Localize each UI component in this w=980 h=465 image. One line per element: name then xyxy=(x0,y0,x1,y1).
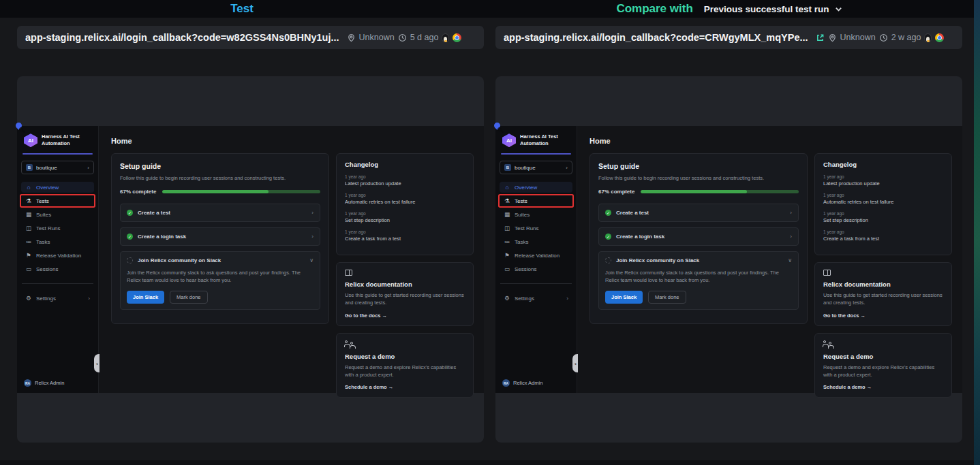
sidebar-item-settings: ⚙ Settings › xyxy=(21,293,94,304)
request-demo-card: Request a demo Request a demo and explor… xyxy=(336,333,474,398)
setup-progress-bar xyxy=(162,190,320,193)
test-url-bar[interactable]: app-staging.relicx.ai/login_callback?cod… xyxy=(17,26,484,49)
sidebar-item-label: Release Validation xyxy=(36,253,81,259)
changelog-time: 1 year ago xyxy=(823,174,943,179)
sidebar-separator xyxy=(22,283,93,284)
chrome-browser-icon xyxy=(453,33,461,42)
screenshot: AI Harness AI Test Automation B boutique… xyxy=(495,126,962,393)
cursor-position-marker xyxy=(16,123,22,129)
sidebar-item-label: Tasks xyxy=(515,239,528,245)
chevron-down-icon: ∨ xyxy=(309,257,313,263)
sidebar-separator xyxy=(500,283,572,284)
setup-guide-card: Setup guide Follow this guide to begin r… xyxy=(111,153,329,324)
people-icon xyxy=(345,340,465,347)
sidebar-item-label: Tests xyxy=(36,198,49,204)
linux-tux-icon xyxy=(924,33,932,42)
home-icon: ⌂ xyxy=(25,184,32,191)
brand-line1: Harness AI Test xyxy=(520,133,558,140)
list-icon: ≔ xyxy=(25,238,32,245)
compare-url-bar[interactable]: app-staging.relicx.ai/login_callback?cod… xyxy=(495,26,962,49)
go-to-docs-link: Go to the docs → xyxy=(345,312,465,319)
flag-icon: ⚑ xyxy=(25,252,32,259)
video-icon: ▭ xyxy=(25,266,32,272)
harness-logo-icon: AI xyxy=(24,133,37,147)
step-label: Join Relicx community on Slack xyxy=(138,257,221,263)
sidebar-item-label: Suites xyxy=(36,212,51,218)
brand-divider xyxy=(22,153,93,155)
magnifier-cursor-icon xyxy=(497,127,502,131)
documentation-card: Relicx documentation Use this guide to g… xyxy=(336,262,474,326)
captured-app: AI Harness AI Test Automation B boutique… xyxy=(495,126,962,393)
progress-label: 67% complete xyxy=(598,189,634,195)
sidebar-item-tests: ⚗ Tests xyxy=(21,195,94,206)
changelog-entry: 1 year ago Automatic retries on test fai… xyxy=(823,193,943,205)
demo-description: Request a demo and explore Relicx's capa… xyxy=(345,364,465,379)
changelog-time: 1 year ago xyxy=(345,229,465,234)
book-icon xyxy=(345,270,352,276)
external-link-icon[interactable] xyxy=(816,33,825,42)
page-title: Home xyxy=(577,126,962,145)
project-name: boutique xyxy=(36,165,57,171)
grid-icon: ▦ xyxy=(25,211,32,218)
sidebar-item-label: Overview xyxy=(515,185,537,191)
demo-description: Request a demo and explore Relicx's capa… xyxy=(823,364,943,379)
documentation-description: Use this guide to get started recording … xyxy=(823,291,943,307)
step-label: Create a login task xyxy=(616,234,664,240)
page-title: Home xyxy=(99,126,484,145)
sidebar-item-release-validation: ⚑ Release Validation xyxy=(500,250,572,261)
setup-progress-fill xyxy=(162,190,268,193)
setup-step-create-test: ✓ Create a test › xyxy=(120,204,320,222)
grid-icon: ▦ xyxy=(504,211,510,218)
step-label: Create a test xyxy=(138,210,170,216)
brand-line2: Automation xyxy=(520,140,558,147)
sidebar-item-label: Settings xyxy=(515,295,534,302)
chevron-right-icon: › xyxy=(311,234,313,240)
sidebar-item-label: Test Runs xyxy=(515,225,539,231)
chevron-right-icon: › xyxy=(566,295,568,302)
app-main: Home Setup guide Follow this guide to be… xyxy=(99,126,484,393)
flag-icon: ⚑ xyxy=(504,252,510,259)
project-badge: B xyxy=(26,164,33,171)
compare-age: 2 w ago xyxy=(891,33,921,42)
compare-run-dropdown[interactable]: Previous successful test run xyxy=(704,4,842,14)
progress-label: 67% complete xyxy=(120,189,156,195)
sidebar-item-label: Tests xyxy=(515,198,527,204)
changelog-text: Create a task from a test xyxy=(345,236,465,242)
check-circle-icon: ✓ xyxy=(127,210,133,216)
chevron-right-icon: › xyxy=(790,234,792,240)
app-main: Home Setup guide Follow this guide to be… xyxy=(577,126,962,393)
brand-line1: Harness AI Test xyxy=(42,133,80,140)
sidebar-item-label: Settings xyxy=(36,295,56,302)
magnifier-cursor-icon xyxy=(19,127,23,131)
changelog-text: Create a task from a test xyxy=(823,236,943,242)
compare-url: app-staging.relicx.ai/login_callback?cod… xyxy=(504,32,808,43)
schedule-demo-link: Schedule a demo → xyxy=(345,384,465,390)
avatar: RA xyxy=(502,379,510,387)
desktop-wallpaper-edge xyxy=(974,0,980,465)
mark-done-button: Mark done xyxy=(170,291,207,304)
user-name: Relicx Admin xyxy=(35,380,64,386)
flask-icon: ⚗ xyxy=(504,197,510,204)
changelog-time: 1 year ago xyxy=(823,193,943,197)
setup-guide-description: Follow this guide to begin recording use… xyxy=(120,175,320,181)
step-label: Join Relicx community on Slack xyxy=(616,257,699,263)
step-description: Join the Relicx community slack to ask q… xyxy=(127,269,313,285)
demo-title: Request a demo xyxy=(823,353,943,360)
book-icon xyxy=(823,270,831,276)
compare-run-selected-value: Previous successful test run xyxy=(704,4,829,14)
sidebar-item-sessions: ▭ Sessions xyxy=(21,263,94,274)
changelog-text: Latest production update xyxy=(345,180,465,187)
sidebar-item-suites: ▦ Suites xyxy=(500,209,572,220)
sidebar-item-label: Test Runs xyxy=(36,225,61,231)
sidebar-item-tasks: ≔ Tasks xyxy=(21,236,94,247)
test-screenshot-panel: AI Harness AI Test Automation B boutique… xyxy=(17,76,484,443)
mark-done-button: Mark done xyxy=(648,291,686,304)
step-label: Create a test xyxy=(616,210,649,216)
sidebar-item-suites: ▦ Suites xyxy=(21,209,94,220)
sidebar-item-release-validation: ⚑ Release Validation xyxy=(21,250,94,261)
changelog-card: Changelog 1 year ago Latest production u… xyxy=(814,153,952,255)
step-description: Join the Relicx community slack to ask q… xyxy=(605,269,792,285)
compare-screenshot-panel: AI Harness AI Test Automation B boutique… xyxy=(495,76,962,443)
sidebar-item-label: Sessions xyxy=(36,266,58,272)
sidebar-item-label: Overview xyxy=(36,185,59,191)
